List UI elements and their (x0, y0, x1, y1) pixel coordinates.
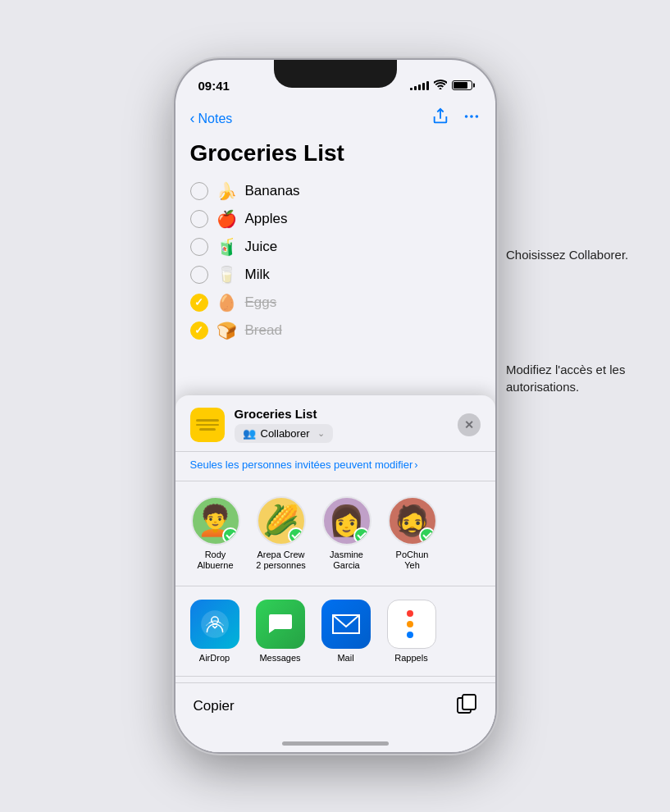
reminders-icon (387, 600, 436, 649)
avatar-arepa: 🌽 (257, 496, 306, 545)
list-item: 🥚 Eggs (175, 289, 495, 317)
collab-label: Collaborer (261, 427, 310, 440)
item-emoji: 🧃 (216, 237, 237, 257)
avatar-pochun: 🧔 (388, 496, 437, 545)
status-time: 09:41 (198, 79, 230, 93)
copy-label: Copier (194, 698, 235, 714)
message-badge (222, 527, 239, 544)
back-label: Notes (198, 112, 233, 126)
list-item: 🍌 Bananas (175, 177, 495, 205)
screen: ‹ Notes Groceries List (175, 101, 495, 752)
collaborer-pill[interactable]: 👥 Collaborer ⌄ (235, 424, 334, 443)
annotation-2: Modifiez l'accès et les autorisations. (506, 361, 654, 395)
app-item-messages[interactable]: Messages (253, 600, 308, 663)
notes-nav: ‹ Notes (175, 101, 495, 136)
svg-rect-12 (463, 695, 476, 709)
contact-item-arepa[interactable]: 🌽 Arepa Crew2 personnes (253, 496, 310, 571)
item-emoji: 🥛 (216, 265, 237, 285)
avatar-rody: 🧑‍🦱 (191, 496, 240, 545)
divider-1 (175, 481, 495, 481)
item-label: Eggs (245, 294, 277, 311)
divider-2 (175, 586, 495, 586)
mail-icon (321, 600, 371, 649)
list-item: 🍞 Bread (175, 317, 495, 344)
note-icon (190, 408, 225, 442)
signal-bars-icon (410, 80, 429, 90)
wifi-icon (434, 80, 447, 92)
svg-point-7 (475, 115, 478, 118)
avatar-jasmine: 👩 (322, 496, 371, 545)
apps-row: AirDrop Messages (175, 593, 495, 669)
status-icons (410, 80, 472, 92)
share-header: Groceries List 👥 Collaborer ⌄ ✕ (175, 395, 495, 452)
app-name-messages: Messages (259, 653, 300, 663)
item-emoji: 🍞 (216, 321, 237, 340)
app-item-mail[interactable]: Mail (318, 600, 374, 663)
contacts-row: 🧑‍🦱 RodyAlbuerne 🌽 Arepa Crew2 personnes (175, 488, 495, 579)
bottom-action: Copier (175, 682, 495, 724)
app-name-reminders: Rappels (394, 653, 427, 663)
share-button[interactable] (431, 107, 449, 130)
copy-button[interactable] (456, 693, 477, 719)
divider-3 (175, 676, 495, 677)
back-button[interactable]: ‹ Notes (190, 110, 233, 127)
contact-name-arepa: Arepa Crew2 personnes (256, 550, 306, 571)
list-item: 🍎 Apples (175, 205, 495, 233)
item-emoji: 🥚 (216, 293, 237, 312)
item-emoji: 🍎 (216, 209, 237, 229)
back-chevron-icon: ‹ (190, 110, 195, 127)
checkbox[interactable] (190, 266, 208, 284)
note-title: Groceries List (175, 136, 495, 177)
annotation-1: Choisissez Collaborer. (506, 246, 654, 263)
contact-name-jasmine: JasmineGarcia (330, 550, 363, 571)
access-text[interactable]: Seules les personnes invitées peuvent mo… (175, 452, 495, 474)
collab-icon: 👥 (243, 427, 256, 440)
app-name-mail: Mail (337, 653, 353, 663)
collab-chevron-icon: ⌄ (317, 428, 325, 439)
checkbox[interactable] (190, 210, 208, 228)
item-label: Bread (245, 322, 282, 339)
message-badge (353, 527, 370, 544)
phone-frame: 09:41 (175, 60, 495, 752)
item-label: Bananas (245, 183, 300, 199)
message-badge (288, 527, 304, 544)
battery-icon (452, 80, 472, 90)
checkbox[interactable] (190, 238, 208, 256)
scene: Choisissez Collaborer. Modifiez l'accès … (0, 0, 670, 812)
checkbox[interactable] (190, 182, 208, 200)
checklist: 🍌 Bananas 🍎 Apples 🧃 Juice (175, 177, 495, 344)
checkbox-checked[interactable] (190, 322, 208, 340)
svg-point-6 (470, 115, 473, 118)
airdrop-icon (190, 600, 239, 649)
access-chevron-icon: › (414, 458, 417, 471)
more-options-button[interactable] (463, 107, 481, 130)
contact-item-rody[interactable]: 🧑‍🦱 RodyAlbuerne (187, 496, 244, 571)
close-button[interactable]: ✕ (458, 413, 481, 436)
list-item: 🥛 Milk (175, 261, 495, 289)
app-item-reminders[interactable]: Rappels (384, 600, 440, 663)
app-name-airdrop: AirDrop (199, 653, 230, 663)
message-badge (419, 527, 435, 544)
share-info: Groceries List 👥 Collaborer ⌄ (235, 407, 458, 443)
item-emoji: 🍌 (216, 181, 237, 201)
contact-name-pochun: PoChunYeh (396, 550, 429, 571)
messages-icon (256, 600, 305, 649)
share-note-title: Groceries List (235, 407, 458, 421)
nav-icons (431, 107, 481, 130)
checkbox-checked[interactable] (190, 294, 208, 312)
svg-point-5 (464, 115, 467, 118)
contact-item-pochun[interactable]: 🧔 PoChunYeh (384, 496, 441, 571)
notch (274, 60, 397, 88)
item-label: Apples (245, 211, 288, 227)
home-indicator (282, 741, 389, 746)
list-item: 🧃 Juice (175, 233, 495, 261)
item-label: Juice (245, 239, 278, 255)
app-item-airdrop[interactable]: AirDrop (187, 600, 243, 663)
contact-item-jasmine[interactable]: 👩 JasmineGarcia (318, 496, 376, 571)
item-label: Milk (245, 267, 270, 283)
contact-name-rody: RodyAlbuerne (197, 550, 233, 571)
share-sheet: Groceries List 👥 Collaborer ⌄ ✕ Seules l… (175, 395, 495, 752)
